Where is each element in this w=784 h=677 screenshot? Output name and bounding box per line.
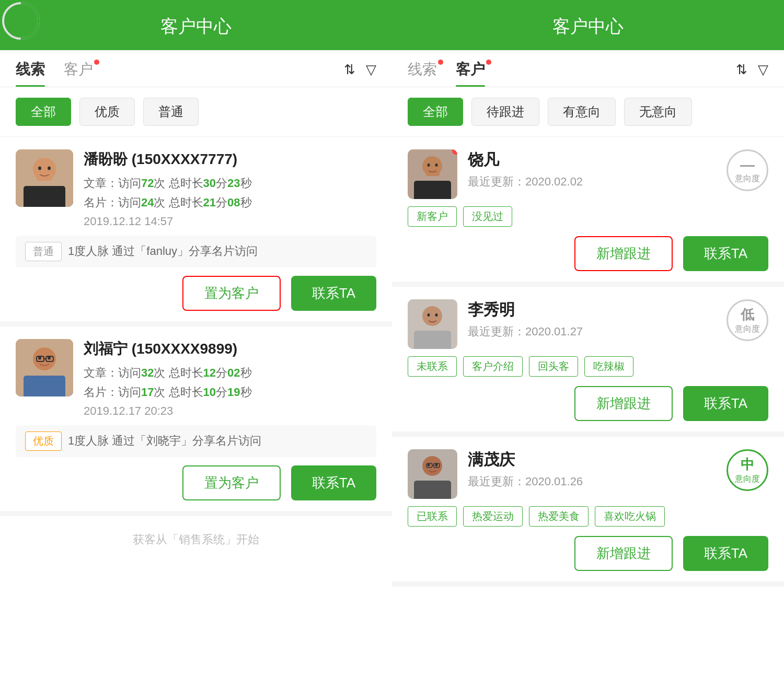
lead-date-2: 2019.12.17 20:23 [84, 404, 376, 418]
right-sort-icon[interactable]: ⇅ [736, 62, 747, 78]
customer-name-1: 饶凡 [468, 149, 716, 171]
customer-actions-2: 新增跟进 联系TA [408, 386, 768, 421]
customer-top-2: 李秀明 最近更新：2020.01.27 低 意向度 [408, 299, 768, 349]
lead-badge-2: 优质 [25, 431, 62, 451]
customer-name-3: 满茂庆 [468, 449, 716, 471]
customer-avatar-1 [408, 149, 457, 199]
filter-icon[interactable]: ▽ [366, 62, 376, 78]
customer-card-1: 饶凡 最近更新：2020.02.02 — 意向度 新客户 没见过 新增跟进 联系… [392, 137, 784, 287]
lead-card-2: 刘福宁 (150XXXX9899) 文章：访问32次 总时长12分02秒 名片：… [0, 326, 392, 516]
customer-tags-3: 已联系 热爱运动 热爱美食 喜欢吃火锅 [408, 506, 768, 527]
left-nav-icons: ⇅ ▽ [344, 62, 376, 85]
svg-point-21 [422, 306, 442, 326]
tag-sports: 热爱运动 [463, 506, 523, 527]
customer-top-1: 饶凡 最近更新：2020.02.02 — 意向度 [408, 149, 768, 199]
new-followup-btn-1[interactable]: 新增跟进 [574, 236, 673, 271]
customer-tags-2: 未联系 客户介绍 回头客 吃辣椒 [408, 356, 768, 377]
sort-icon[interactable]: ⇅ [344, 62, 355, 78]
lead-card-1: 潘盼盼 (150XXXX7777) 文章：访问72次 总时长30分23秒 名片：… [0, 137, 392, 326]
right-content: 饶凡 最近更新：2020.02.02 — 意向度 新客户 没见过 新增跟进 联系… [392, 137, 784, 677]
right-tab-customers[interactable]: 客户 [456, 60, 485, 87]
set-customer-btn-2[interactable]: 置为客户 [182, 465, 281, 500]
right-filter-pending[interactable]: 待跟进 [471, 98, 539, 126]
left-content: 潘盼盼 (150XXXX7777) 文章：访问72次 总时长30分23秒 名片：… [0, 137, 392, 677]
lead-name-2: 刘福宁 (150XXXX9899) [84, 339, 376, 359]
tag-not-contacted: 未联系 [408, 356, 457, 377]
lead-meta-1: 普通 1度人脉 通过「fanluy」分享名片访问 [16, 236, 376, 267]
contact-ta-right-btn-2[interactable]: 联系TA [683, 386, 768, 421]
filter-all[interactable]: 全部 [16, 98, 71, 126]
right-filter-interested[interactable]: 有意向 [548, 98, 616, 126]
lead-name-1: 潘盼盼 (150XXXX7777) [84, 149, 376, 169]
customer-avatar-2 [408, 299, 457, 349]
lead-actions-2: 置为客户 联系TA [16, 465, 376, 500]
customer-update-1: 最近更新：2020.02.02 [468, 174, 716, 190]
svg-rect-22 [414, 331, 451, 349]
tag-spicy: 吃辣椒 [584, 356, 633, 377]
customer-card-2: 李秀明 最近更新：2020.01.27 低 意向度 未联系 客户介绍 回头客 吃… [392, 287, 784, 437]
customer-name-2: 李秀明 [468, 299, 716, 321]
customer-actions-3: 新增跟进 联系TA [408, 536, 768, 571]
tag-returning: 回头客 [529, 356, 578, 377]
customer-info-2: 李秀明 最近更新：2020.01.27 [468, 299, 716, 340]
svg-point-17 [428, 164, 430, 167]
contact-ta-btn-2[interactable]: 联系TA [291, 465, 376, 500]
customer-top-3: 满茂庆 最近更新：2020.01.26 中 意向度 [408, 449, 768, 499]
svg-point-24 [435, 313, 438, 317]
left-tab-customers[interactable]: 客户 [64, 60, 93, 87]
left-header: 客户中心 [0, 0, 392, 50]
customer-tab-dot [94, 60, 99, 65]
svg-point-29 [435, 463, 438, 466]
tag-new-customer: 新客户 [408, 206, 457, 227]
card-info-2: 刘福宁 (150XXXX9899) 文章：访问32次 总时长12分02秒 名片：… [84, 339, 376, 418]
svg-rect-16 [414, 181, 451, 199]
card-top-1: 潘盼盼 (150XXXX7777) 文章：访问72次 总时长30分23秒 名片：… [16, 149, 376, 228]
lead-stat2-2: 名片：访问17次 总时长10分19秒 [84, 382, 376, 402]
filter-normal[interactable]: 普通 [143, 98, 199, 126]
svg-point-3 [38, 167, 41, 170]
new-followup-btn-2[interactable]: 新增跟进 [574, 386, 673, 421]
left-filter-bar: 全部 优质 普通 [0, 87, 392, 137]
card-top-2: 刘福宁 (150XXXX9899) 文章：访问32次 总时长12分02秒 名片：… [16, 339, 376, 418]
right-leads-dot [438, 60, 443, 65]
lead-stat2-1: 名片：访问24次 总时长21分08秒 [84, 193, 376, 212]
intent-circle-3: 中 意向度 [727, 449, 768, 491]
intent-circle-1: — 意向度 [727, 149, 768, 191]
avatar-2 [16, 339, 73, 396]
svg-rect-5 [37, 177, 52, 181]
lead-meta-2: 优质 1度人脉 通过「刘晓宇」分享名片访问 [16, 425, 376, 457]
bottom-tip: 获客从「销售系统」开始 [0, 516, 392, 563]
left-tab-leads[interactable]: 线索 [16, 60, 45, 87]
contact-ta-btn-1[interactable]: 联系TA [291, 276, 376, 311]
right-tab-leads[interactable]: 线索 [408, 60, 437, 87]
svg-point-4 [48, 167, 51, 170]
right-filter-uninterested[interactable]: 无意向 [624, 98, 692, 126]
right-filter-icon[interactable]: ▽ [758, 62, 768, 78]
lead-date-1: 2019.12.12 14:57 [84, 215, 376, 228]
right-header: 客户中心 [392, 0, 784, 50]
right-customers-dot [486, 60, 491, 65]
customer-tags-1: 新客户 没见过 [408, 206, 768, 227]
intent-circle-2: 低 意向度 [727, 299, 768, 341]
customer-actions-1: 新增跟进 联系TA [408, 236, 768, 271]
contact-ta-right-btn-1[interactable]: 联系TA [683, 236, 768, 271]
svg-point-18 [435, 164, 438, 167]
right-filter-all[interactable]: 全部 [408, 98, 463, 126]
svg-point-23 [428, 313, 430, 317]
left-panel: 客户中心 线索 客户 ⇅ ▽ 全部 优质 普通 [0, 0, 392, 677]
contact-ta-right-btn-3[interactable]: 联系TA [683, 536, 768, 571]
svg-point-28 [428, 463, 430, 466]
right-nav-icons: ⇅ ▽ [736, 62, 768, 85]
card-info-1: 潘盼盼 (150XXXX7777) 文章：访问72次 总时长30分23秒 名片：… [84, 149, 376, 228]
tag-food: 热爱美食 [529, 506, 589, 527]
set-customer-btn-1[interactable]: 置为客户 [182, 276, 281, 311]
svg-rect-8 [24, 376, 65, 396]
right-filter-bar: 全部 待跟进 有意向 无意向 [392, 87, 784, 137]
tag-hotpot: 喜欢吃火锅 [595, 506, 665, 527]
new-followup-btn-3[interactable]: 新增跟进 [574, 536, 673, 571]
lead-badge-1: 普通 [25, 242, 62, 261]
tag-contacted: 已联系 [408, 506, 457, 527]
left-nav-bar: 线索 客户 ⇅ ▽ [0, 50, 392, 87]
tag-not-met: 没见过 [463, 206, 512, 227]
filter-quality[interactable]: 优质 [79, 98, 135, 126]
